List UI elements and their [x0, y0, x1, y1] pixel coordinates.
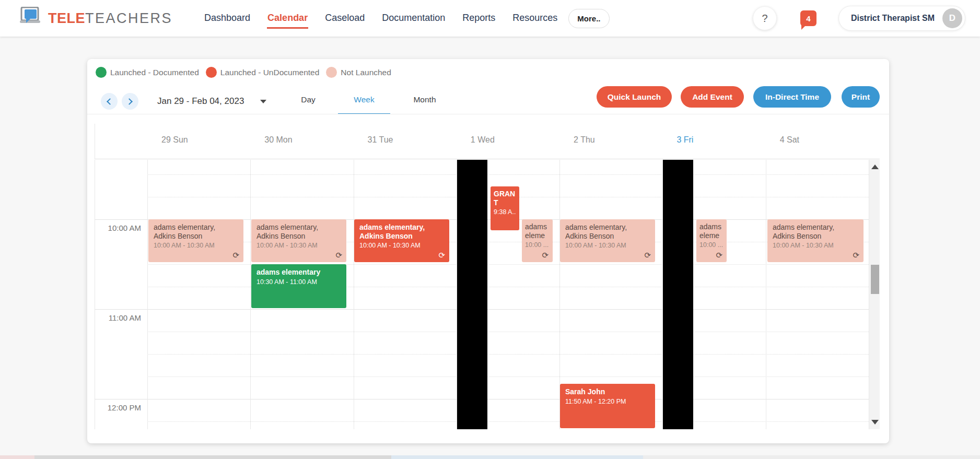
column-line	[354, 160, 354, 429]
quarter-line	[147, 421, 869, 422]
event-time: 10:00 AM - 10:30 AM	[565, 242, 650, 249]
calendar-event[interactable]: adams elementary, Adkins Benson10:00 AM …	[251, 219, 346, 262]
event-time: 10:00 AM - 10:30 AM	[359, 242, 444, 249]
notifications-badge[interactable]: 4	[800, 10, 816, 26]
event-title: adams elementary, Adkins Benson	[565, 223, 650, 240]
nav-item-caseload[interactable]: Caseload	[324, 8, 365, 29]
event-title: adams elementary, Adkins Benson	[256, 223, 341, 240]
legend-label: Launched - Documented	[110, 68, 199, 77]
blocked-time-column	[663, 160, 693, 429]
more-button[interactable]: More..	[568, 9, 609, 28]
status-legend: Launched - Documented Launched - UnDocum…	[96, 67, 398, 78]
laptop-chat-icon	[19, 7, 43, 30]
event-time: 10:00 AM - 10:30 AM	[773, 242, 858, 249]
scroll-down-icon[interactable]	[871, 420, 879, 425]
tab-month[interactable]: Month	[399, 86, 451, 114]
quarter-line	[147, 376, 869, 377]
calendar-card: Launched - Documented Launched - UnDocum…	[87, 59, 889, 443]
recurring-icon: ⟳	[644, 251, 651, 260]
chevron-left-icon	[107, 98, 113, 105]
day-header-sat[interactable]: 4 Sat	[780, 135, 799, 145]
red-dot-icon	[206, 67, 217, 78]
calendar-event[interactable]: adams eleme10:00 ...⟳	[696, 219, 727, 262]
tab-week[interactable]: Week	[338, 86, 390, 114]
green-dot-icon	[96, 67, 107, 78]
day-header-wed[interactable]: 1 Wed	[471, 135, 495, 145]
legend-item-not-launched: Not Launched	[326, 67, 391, 78]
event-title: adams elementary	[256, 268, 341, 277]
toolbar-divider	[87, 114, 889, 114]
day-header-thu[interactable]: 2 Thu	[574, 135, 595, 145]
date-range-label[interactable]: Jan 29 - Feb 04, 2023	[157, 96, 244, 107]
topbar-right-controls: ? 4 District Therapist SM D	[753, 6, 965, 31]
day-header-mon[interactable]: 30 Mon	[264, 135, 292, 145]
nav-item-documentation[interactable]: Documentation	[381, 8, 446, 29]
day-header-sun[interactable]: 29 Sun	[161, 135, 188, 145]
nav-item-calendar[interactable]: Calendar	[267, 8, 308, 29]
event-title: adams eleme	[525, 222, 550, 240]
add-event-button[interactable]: Add Event	[681, 86, 744, 108]
quick-launch-button[interactable]: Quick Launch	[597, 86, 672, 108]
avatar: D	[942, 8, 962, 28]
recurring-icon: ⟳	[853, 251, 859, 260]
chevron-right-icon	[126, 98, 133, 105]
quarter-line	[147, 354, 869, 355]
vertical-scrollbar[interactable]	[869, 160, 880, 429]
blocked-time-column	[457, 160, 487, 429]
event-time: 10:00 ...	[525, 241, 550, 249]
legend-item-documented: Launched - Documented	[96, 67, 199, 78]
next-week-button[interactable]	[122, 93, 138, 110]
previous-week-button[interactable]	[101, 93, 118, 110]
nav-item-resources[interactable]: Resources	[512, 8, 558, 29]
event-title: adams elementary, Adkins Benson	[773, 223, 858, 240]
quarter-line	[147, 332, 869, 332]
event-time: 10:00 ...	[699, 241, 724, 249]
calendar-event[interactable]: adams elementary10:30 AM - 11:00 AM	[251, 264, 346, 308]
legend-item-undocumented: Launched - UnDocumented	[206, 67, 320, 78]
horizontal-scrollbar[interactable]	[0, 455, 980, 459]
time-label: 11:00 AM	[95, 313, 141, 322]
recurring-icon: ⟳	[232, 251, 239, 260]
top-nav-bar: TELETEACHERS Dashboard Calendar Caseload…	[0, 0, 980, 37]
legend-label: Launched - UnDocumented	[220, 68, 320, 77]
recurring-icon: ⟳	[542, 251, 549, 260]
day-header-row: 29 Sun30 Mon31 Tue1 Wed2 Thu3 Fri4 Sat	[95, 124, 880, 159]
recurring-icon: ⟳	[716, 251, 722, 260]
indirect-time-button[interactable]: In-Direct Time	[753, 86, 831, 108]
event-time: 10:00 AM - 10:30 AM	[256, 242, 341, 249]
recurring-icon: ⟳	[438, 251, 445, 260]
column-line	[147, 160, 148, 429]
calendar-event[interactable]: adams elementary, Adkins Benson10:00 AM …	[767, 219, 864, 262]
date-dropdown-caret-icon[interactable]	[260, 100, 266, 107]
recurring-icon: ⟳	[335, 251, 342, 260]
event-time: 10:30 AM - 11:00 AM	[256, 278, 341, 286]
calendar-event[interactable]: GRAN T9:38 A...	[491, 186, 519, 230]
help-button[interactable]: ?	[753, 6, 777, 30]
app-logo[interactable]: TELETEACHERS	[19, 7, 172, 30]
profile-menu[interactable]: District Therapist SM D	[838, 6, 965, 31]
pink-dot-icon	[326, 67, 337, 78]
time-label: 12:00 PM	[95, 403, 141, 412]
nav-item-reports[interactable]: Reports	[462, 8, 496, 29]
calendar-event[interactable]: adams eleme10:00 ...⟳	[522, 219, 553, 262]
nav-item-dashboard[interactable]: Dashboard	[204, 8, 251, 29]
event-title: adams eleme	[699, 222, 724, 240]
event-time: 9:38 A...	[494, 208, 516, 216]
week-grid: 10:00 AM11:00 AM12:00 PMadams elementary…	[95, 160, 880, 429]
column-line	[766, 160, 766, 429]
day-header-tue[interactable]: 31 Tue	[368, 135, 393, 145]
event-title: adams elementary, Adkins Benson	[359, 223, 444, 240]
scrollbar-thumb[interactable]	[871, 265, 879, 294]
tab-day[interactable]: Day	[282, 86, 334, 114]
event-title: Sarah John	[565, 387, 650, 396]
calendar-event[interactable]: adams elementary, Adkins Benson10:00 AM …	[148, 219, 243, 262]
calendar-event[interactable]: adams elementary, Adkins Benson10:00 AM …	[354, 219, 449, 262]
print-button[interactable]: Print	[842, 86, 880, 108]
logo-text-tele: TELE	[48, 10, 85, 26]
scroll-up-icon[interactable]	[871, 164, 879, 169]
calendar-event[interactable]: Sarah John11:50 AM - 12:20 PM	[560, 384, 655, 428]
day-header-fri[interactable]: 3 Fri	[676, 135, 693, 145]
calendar-event[interactable]: adams elementary, Adkins Benson10:00 AM …	[560, 219, 655, 262]
time-label: 10:00 AM	[95, 223, 141, 232]
logo-text-teachers: TEACHERS	[85, 10, 172, 26]
